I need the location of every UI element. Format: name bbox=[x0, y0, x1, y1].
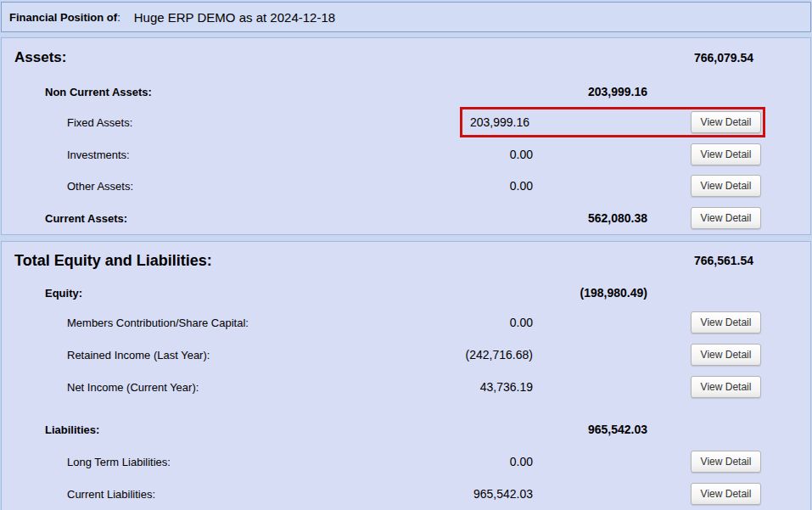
financial-position-page: Financial Position of: Huge ERP DEMO as … bbox=[0, 0, 812, 510]
row-long-term-liabilities: Long Term Liabilities: 0.00 View Detail bbox=[2, 446, 810, 478]
non-current-assets-label: Non Current Assets: bbox=[45, 86, 152, 98]
report-title-colon: : bbox=[117, 11, 120, 24]
net-income-value: 43,736.19 bbox=[480, 380, 533, 394]
equity-label: Equity: bbox=[45, 287, 82, 300]
row-other-assets: Other Assets: 0.00 View Detail bbox=[2, 170, 810, 201]
equity-liabilities-heading-row: Total Equity and Liabilities: 766,561.54 bbox=[2, 242, 810, 279]
view-detail-button[interactable]: View Detail bbox=[691, 175, 761, 197]
other-assets-label: Other Assets: bbox=[67, 179, 133, 192]
row-equity: Equity: (198,980.49) bbox=[2, 279, 810, 306]
other-assets-value: 0.00 bbox=[510, 179, 533, 193]
retained-income-label: Retained Income (Last Year): bbox=[67, 349, 210, 361]
view-detail-button[interactable]: View Detail bbox=[691, 207, 761, 229]
view-detail-button[interactable]: View Detail bbox=[691, 483, 761, 505]
long-term-liabilities-label: Long Term Liabilities: bbox=[67, 456, 171, 468]
retained-income-value: (242,716.68) bbox=[466, 348, 533, 361]
equity-liabilities-section: Total Equity and Liabilities: 766,561.54… bbox=[1, 241, 811, 510]
equity-liabilities-total-value: 766,561.54 bbox=[694, 254, 753, 267]
investments-value: 0.00 bbox=[510, 148, 533, 161]
investments-label: Investments: bbox=[67, 148, 130, 160]
assets-total-value: 766,079.54 bbox=[694, 51, 753, 64]
row-retained-income: Retained Income (Last Year): (242,716.68… bbox=[2, 339, 810, 371]
assets-heading-row: Assets: 766,079.54 bbox=[2, 38, 810, 77]
row-investments: Investments: 0.00 View Detail bbox=[2, 138, 810, 170]
view-detail-button[interactable]: View Detail bbox=[691, 143, 761, 165]
current-liabilities-label: Current Liabilities: bbox=[67, 488, 155, 501]
members-contribution-value: 0.00 bbox=[510, 316, 533, 329]
liabilities-value: 965,542.03 bbox=[588, 423, 647, 436]
view-detail-button[interactable]: View Detail bbox=[691, 376, 761, 398]
row-non-current-assets: Non Current Assets: 203,999.16 bbox=[2, 77, 810, 106]
row-members-contribution: Members Contribution/Share Capital: 0.00… bbox=[2, 306, 810, 339]
section-spacer bbox=[2, 403, 810, 413]
row-current-assets: Current Assets: 562,080.38 View Detail bbox=[2, 201, 810, 234]
view-detail-button[interactable]: View Detail bbox=[691, 311, 761, 333]
view-detail-button[interactable]: View Detail bbox=[691, 451, 761, 473]
equity-liabilities-heading: Total Equity and Liabilities: bbox=[14, 252, 212, 270]
current-assets-value: 562,080.38 bbox=[588, 211, 647, 225]
current-assets-label: Current Assets: bbox=[45, 211, 127, 224]
assets-section: Assets: 766,079.54 Non Current Assets: 2… bbox=[1, 37, 811, 235]
report-company-date: Huge ERP DEMO as at 2024-12-18 bbox=[134, 10, 335, 25]
view-detail-button[interactable]: View Detail bbox=[691, 111, 761, 133]
row-net-income: Net Income (Current Year): 43,736.19 Vie… bbox=[2, 371, 810, 403]
assets-heading: Assets: bbox=[14, 49, 66, 66]
current-liabilities-value: 965,542.03 bbox=[473, 487, 533, 501]
row-fixed-assets: Fixed Assets: 203,999.16 View Detail bbox=[2, 106, 810, 138]
report-header: Financial Position of: Huge ERP DEMO as … bbox=[1, 2, 811, 32]
view-detail-button[interactable]: View Detail bbox=[691, 344, 761, 366]
report-title-label: Financial Position of bbox=[9, 11, 117, 24]
non-current-assets-value: 203,999.16 bbox=[588, 85, 647, 98]
fixed-assets-value[interactable]: 203,999.16 bbox=[470, 115, 529, 129]
long-term-liabilities-value: 0.00 bbox=[510, 455, 533, 468]
fixed-assets-label: Fixed Assets: bbox=[67, 116, 132, 129]
equity-value: (198,980.49) bbox=[580, 286, 647, 300]
liabilities-label: Liabilities: bbox=[45, 423, 99, 436]
row-liabilities: Liabilities: 965,542.03 bbox=[2, 413, 810, 446]
net-income-label: Net Income (Current Year): bbox=[67, 381, 199, 394]
row-current-liabilities: Current Liabilities: 965,542.03 View Det… bbox=[2, 478, 810, 510]
members-contribution-label: Members Contribution/Share Capital: bbox=[67, 317, 249, 329]
